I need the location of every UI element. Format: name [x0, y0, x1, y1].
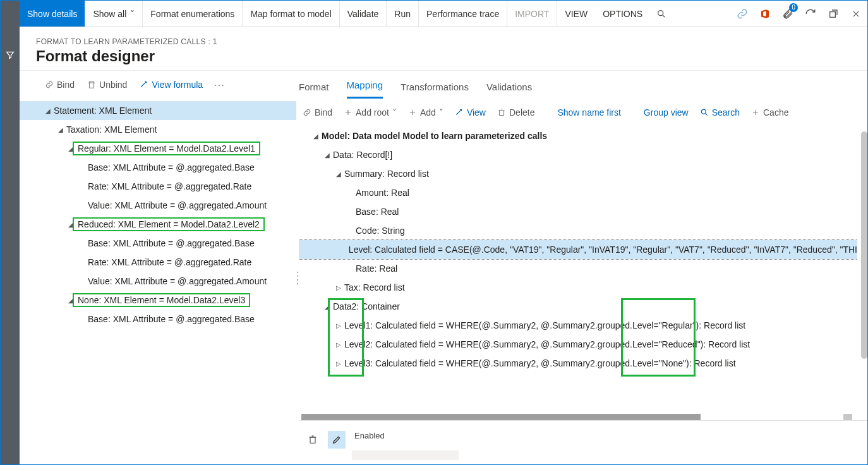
search-button[interactable]: Search	[696, 105, 744, 120]
right-pane: Format Mapping Transformations Validatio…	[299, 71, 867, 464]
tab-mapping[interactable]: Mapping	[347, 75, 383, 99]
app-root: Show details Show all˅ Format enumeratio…	[0, 0, 868, 465]
delete-button[interactable]: Delete	[493, 105, 538, 120]
run-button[interactable]: Run	[387, 1, 419, 27]
page-title: Format designer	[36, 47, 867, 65]
tab-validations[interactable]: Validations	[486, 76, 532, 99]
mapping-tree[interactable]: ◢Model: Data model Model to learn parame…	[299, 126, 857, 420]
chevron-down-icon: ˅	[130, 9, 135, 19]
map-format-button[interactable]: Map format to model	[243, 1, 339, 27]
vertical-scrollbar[interactable]	[861, 131, 867, 359]
page-header: FORMAT TO LEARN PARAMETERIZED CALLS : 1 …	[20, 27, 867, 70]
breadcrumb: FORMAT TO LEARN PARAMETERIZED CALLS : 1	[36, 37, 867, 46]
tree-node-code[interactable]: Code: String	[299, 221, 857, 240]
expand-icon[interactable]: ▷	[333, 322, 344, 329]
close-button[interactable]	[845, 1, 867, 27]
office-icon[interactable]	[754, 1, 776, 27]
top-toolbar: Show details Show all˅ Format enumeratio…	[20, 1, 867, 27]
svg-rect-5	[310, 437, 315, 443]
add-button[interactable]: Add˅	[404, 105, 447, 120]
svg-point-4	[701, 109, 706, 114]
tree-node-data2[interactable]: ◢Data2: Container	[299, 297, 857, 316]
tree-node-amount[interactable]: Amount: Real	[299, 183, 857, 202]
refresh-button[interactable]	[799, 1, 822, 27]
show-all-button[interactable]: Show all˅	[85, 1, 143, 27]
collapse-icon[interactable]: ◢	[55, 126, 66, 133]
tree-node-base[interactable]: Base: Real	[299, 202, 857, 221]
bind-button[interactable]: Bind	[40, 77, 80, 92]
tree-node-value[interactable]: Value: XML Attribute = @.aggregated.Amou…	[20, 272, 296, 291]
tree-node-data[interactable]: ◢Data: Record[!]	[299, 145, 857, 164]
group-view-button[interactable]: Group view	[640, 105, 692, 120]
show-details-button[interactable]: Show details	[20, 1, 85, 27]
right-action-bar: Bind Add root˅ Add˅ View	[299, 99, 867, 126]
right-tabs: Format Mapping Transformations Validatio…	[299, 71, 867, 99]
delete-property-button[interactable]	[304, 431, 322, 449]
collapse-icon[interactable]: ◢	[42, 107, 54, 114]
import-button: IMPORT	[507, 1, 557, 27]
collapse-icon[interactable]: ◢	[333, 171, 344, 178]
tree-node-rate[interactable]: Rate: XML Attribute = @.aggregated.Rate	[20, 177, 296, 196]
tree-node-model[interactable]: ◢Model: Data model Model to learn parame…	[299, 126, 857, 145]
tree-node-base[interactable]: Base: XML Attribute = @.aggregated.Base	[20, 310, 296, 329]
tree-node-rate[interactable]: Rate: XML Attribute = @.aggregated.Rate	[20, 253, 296, 272]
svg-point-0	[658, 10, 663, 15]
tree-node-base[interactable]: Base: XML Attribute = @.aggregated.Base	[20, 234, 296, 253]
validate-button[interactable]: Validate	[340, 1, 387, 27]
tree-node-none[interactable]: ◢None: XML Element = Model.Data2.Level3	[20, 291, 296, 310]
collapse-icon[interactable]: ◢	[322, 303, 333, 310]
filter-icon[interactable]	[5, 50, 15, 63]
link-icon[interactable]	[731, 1, 754, 27]
tab-format[interactable]: Format	[299, 76, 329, 99]
attachments-button[interactable]: 0	[776, 1, 799, 27]
add-root-button[interactable]: Add root˅	[340, 105, 401, 120]
collapse-icon[interactable]: ◢	[322, 152, 333, 159]
unbind-button[interactable]: Unbind	[82, 77, 132, 92]
collapse-icon[interactable]: ◢	[310, 133, 322, 140]
popout-button[interactable]	[822, 1, 845, 27]
tree-node-summary[interactable]: ◢Summary: Record list	[299, 164, 857, 183]
tree-node-base[interactable]: Base: XML Attribute = @.aggregated.Base	[20, 158, 296, 177]
left-pane: Bind Unbind View formula ··· ◢Statement:…	[20, 71, 296, 464]
tree-node-taxation[interactable]: ◢Taxation: XML Element	[20, 120, 296, 139]
tree-node-level1[interactable]: ▷Level1: Calculated field = WHERE(@.Summ…	[299, 316, 857, 335]
cache-button[interactable]: Cache	[747, 105, 792, 120]
view-button[interactable]: VIEW	[557, 1, 595, 27]
properties-row: Enabled	[299, 420, 867, 464]
tree-node-reduced[interactable]: ◢Reduced: XML Element = Model.Data2.Leve…	[20, 215, 296, 234]
search-button[interactable]	[650, 1, 673, 27]
view-formula-button[interactable]: View formula	[135, 77, 208, 92]
tree-node-level2[interactable]: ▷Level2: Calculated field = WHERE(@.Summ…	[299, 335, 857, 354]
expand-icon[interactable]: ▷	[333, 284, 344, 291]
format-enumerations-button[interactable]: Format enumerations	[143, 1, 243, 27]
main-area: Show details Show all˅ Format enumeratio…	[20, 1, 867, 464]
enabled-input[interactable]	[352, 450, 459, 460]
expand-icon[interactable]: ▷	[333, 360, 344, 367]
chevron-down-icon: ˅	[439, 107, 443, 118]
tree-node-rate[interactable]: Rate: Real	[299, 259, 857, 278]
svg-rect-1	[830, 11, 836, 17]
tree-node-regular[interactable]: ◢Regular: XML Element = Model.Data2.Leve…	[20, 139, 296, 158]
expand-icon[interactable]: ▷	[333, 341, 344, 348]
attachments-badge: 0	[789, 3, 798, 12]
tree-node-level3[interactable]: ▷Level3: Calculated field = WHERE(@.Summ…	[299, 354, 857, 373]
tree-node-value[interactable]: Value: XML Attribute = @.aggregated.Amou…	[20, 196, 296, 215]
tree-node-statement[interactable]: ◢Statement: XML Element	[20, 101, 296, 120]
left-action-bar: Bind Unbind View formula ···	[20, 71, 296, 99]
tab-transformations[interactable]: Transformations	[401, 76, 469, 99]
tree-node-tax[interactable]: ▷Tax: Record list	[299, 278, 857, 297]
format-tree[interactable]: ◢Statement: XML Element ◢Taxation: XML E…	[20, 99, 296, 464]
show-name-first-button[interactable]: Show name first	[553, 105, 624, 120]
horizontal-scrollbar[interactable]	[299, 414, 855, 420]
edit-property-button[interactable]	[328, 431, 346, 449]
enabled-label: Enabled	[354, 431, 867, 440]
svg-rect-2	[90, 82, 94, 88]
performance-trace-button[interactable]: Performance trace	[419, 1, 507, 27]
bind-button[interactable]: Bind	[299, 105, 336, 120]
more-actions-button[interactable]: ···	[210, 77, 229, 92]
svg-rect-3	[499, 111, 503, 116]
left-rail	[1, 1, 20, 464]
view-button[interactable]: View	[451, 105, 490, 120]
options-button[interactable]: OPTIONS	[595, 1, 650, 27]
tree-node-level[interactable]: Level: Calculated field = CASE(@.Code, "…	[299, 240, 857, 259]
